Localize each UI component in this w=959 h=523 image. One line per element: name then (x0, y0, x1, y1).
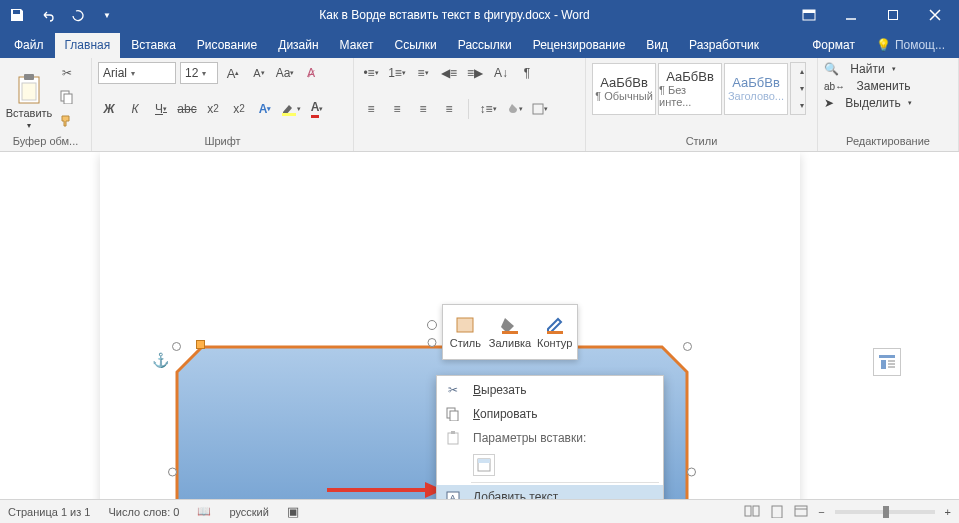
svg-rect-12 (879, 355, 895, 358)
status-macro-icon[interactable]: ▣ (287, 504, 299, 519)
change-case-icon[interactable]: Aa▾ (274, 62, 296, 84)
tab-draw[interactable]: Рисование (187, 33, 267, 58)
zoom-in-icon[interactable]: + (945, 506, 951, 518)
cut-icon[interactable]: ✂ (56, 62, 78, 84)
subscript-icon[interactable]: x2 (202, 98, 224, 120)
tab-view[interactable]: Вид (636, 33, 678, 58)
bold-icon[interactable]: Ж (98, 98, 120, 120)
font-name-combo[interactable]: Arial▾ (98, 62, 176, 84)
tab-developer[interactable]: Разработчик (679, 33, 769, 58)
clipboard-icon (15, 73, 43, 105)
mini-style-button[interactable]: Стиль (443, 305, 488, 359)
resize-handle-e[interactable] (687, 468, 696, 477)
align-right-icon[interactable]: ≡ (412, 98, 434, 120)
bullets-icon[interactable]: •≡▾ (360, 62, 382, 84)
align-center-icon[interactable]: ≡ (386, 98, 408, 120)
style-normal[interactable]: АаБбВв¶ Обычный (592, 63, 656, 115)
sort-icon[interactable]: A↓ (490, 62, 512, 84)
document-area: ⚓ Стиль Заливка (0, 152, 959, 499)
tab-references[interactable]: Ссылки (385, 33, 447, 58)
paste-option-picture[interactable] (473, 454, 495, 476)
document-title: Как в Ворде вставить текст в фигуру.docx… (120, 8, 789, 22)
tab-design[interactable]: Дизайн (268, 33, 328, 58)
paste-button[interactable]: Вставить ▾ (6, 62, 52, 130)
shading-icon[interactable]: ▾ (503, 98, 525, 120)
resize-handle-nw[interactable] (172, 342, 181, 351)
styles-group-label: Стили (592, 133, 811, 149)
font-color-icon[interactable]: A▾ (306, 98, 328, 120)
svg-rect-27 (478, 459, 490, 463)
decrease-indent-icon[interactable]: ◀≡ (438, 62, 460, 84)
ctx-copy[interactable]: Копировать (437, 402, 663, 426)
svg-rect-21 (547, 331, 563, 334)
italic-icon[interactable]: К (124, 98, 146, 120)
view-print-icon[interactable] (770, 504, 784, 520)
save-icon[interactable] (4, 2, 30, 28)
ribbon-tabs: Файл Главная Вставка Рисование Дизайн Ма… (0, 30, 959, 58)
tab-home[interactable]: Главная (55, 33, 121, 58)
tab-mailings[interactable]: Рассылки (448, 33, 522, 58)
svg-rect-45 (745, 506, 751, 516)
align-left-icon[interactable]: ≡ (360, 98, 382, 120)
font-size-combo[interactable]: 12▾ (180, 62, 218, 84)
tab-review[interactable]: Рецензирование (523, 33, 636, 58)
multilevel-icon[interactable]: ≡▾ (412, 62, 434, 84)
status-language[interactable]: русский (229, 506, 268, 518)
tell-me[interactable]: 💡 Помощ... (866, 33, 955, 58)
select-button[interactable]: ➤ Выделить▾ (824, 96, 952, 110)
styles-up-icon[interactable]: ▴ (791, 63, 813, 80)
ctx-cut[interactable]: ✂ВВырезатьырезать (437, 378, 663, 402)
view-read-icon[interactable] (744, 505, 760, 519)
status-page[interactable]: Страница 1 из 1 (8, 506, 90, 518)
format-painter-icon[interactable] (56, 110, 78, 132)
qat-more-icon[interactable]: ▼ (94, 2, 120, 28)
show-marks-icon[interactable]: ¶ (516, 62, 538, 84)
superscript-icon[interactable]: x2 (228, 98, 250, 120)
status-words[interactable]: Число слов: 0 (108, 506, 179, 518)
ctx-add-text[interactable]: AДобавить текст (437, 485, 663, 499)
redo-icon[interactable] (64, 2, 90, 28)
resize-handle-w[interactable] (168, 468, 177, 477)
statusbar: Страница 1 из 1 Число слов: 0 📖 русский … (0, 499, 959, 523)
minimize-icon[interactable] (831, 1, 871, 29)
strikethrough-icon[interactable]: abc (176, 98, 198, 120)
styles-down-icon[interactable]: ▾ (791, 80, 813, 97)
line-spacing-icon[interactable]: ↕≡▾ (477, 98, 499, 120)
mini-outline-button[interactable]: Контур (532, 305, 577, 359)
borders-icon[interactable]: ▾ (529, 98, 551, 120)
undo-icon[interactable] (34, 2, 60, 28)
resize-handle-ne[interactable] (683, 342, 692, 351)
replace-button[interactable]: ab↔ Заменить (824, 79, 952, 93)
tab-file[interactable]: Файл (4, 33, 54, 58)
zoom-out-icon[interactable]: − (818, 506, 824, 518)
find-button[interactable]: 🔍 Найти▾ (824, 62, 952, 76)
rotate-handle[interactable] (427, 320, 437, 330)
tab-format[interactable]: Формат (802, 33, 865, 58)
increase-indent-icon[interactable]: ≡▶ (464, 62, 486, 84)
ribbon-display-icon[interactable] (789, 1, 829, 29)
style-no-spacing[interactable]: АаБбВв¶ Без инте... (658, 63, 722, 115)
shrink-font-icon[interactable]: A▾ (248, 62, 270, 84)
copy-icon[interactable] (56, 86, 78, 108)
styles-more-icon[interactable]: ▾ (791, 97, 813, 114)
close-icon[interactable] (915, 1, 955, 29)
mini-fill-button[interactable]: Заливка (488, 305, 533, 359)
grow-font-icon[interactable]: A▴ (222, 62, 244, 84)
highlight-icon[interactable]: ▾ (280, 98, 302, 120)
clear-format-icon[interactable]: A̷ (300, 62, 322, 84)
view-web-icon[interactable] (794, 505, 808, 519)
replace-icon: ab↔ (824, 81, 845, 92)
zoom-slider[interactable] (835, 510, 935, 514)
tab-insert[interactable]: Вставка (121, 33, 186, 58)
layout-options-button[interactable] (873, 348, 901, 376)
resize-handle-n[interactable] (428, 338, 437, 347)
numbering-icon[interactable]: 1≡▾ (386, 62, 408, 84)
underline-icon[interactable]: Ч▾ (150, 98, 172, 120)
adjust-handle[interactable] (196, 340, 205, 349)
style-heading[interactable]: АаБбВвЗаголово... (724, 63, 788, 115)
justify-icon[interactable]: ≡ (438, 98, 460, 120)
maximize-icon[interactable] (873, 1, 913, 29)
tab-layout[interactable]: Макет (330, 33, 384, 58)
status-proofing-icon[interactable]: 📖 (197, 505, 211, 518)
text-effects-icon[interactable]: A▾ (254, 98, 276, 120)
